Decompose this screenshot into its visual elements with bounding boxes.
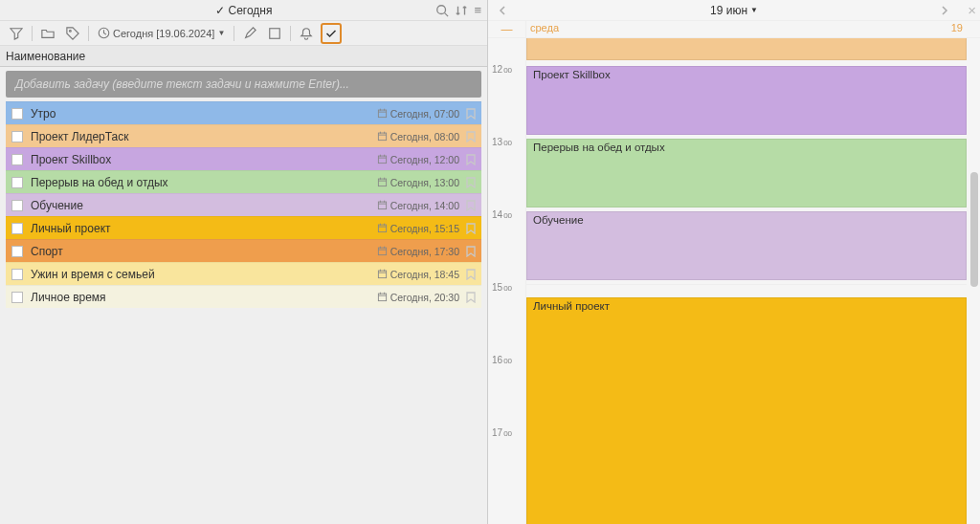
dropdown-icon: ▼ (217, 29, 225, 37)
bookmark-icon[interactable] (466, 177, 476, 188)
task-label: Личное время (31, 291, 377, 304)
calendar-event[interactable] (526, 38, 967, 60)
bookmark-icon[interactable] (466, 200, 476, 211)
task-meta: Сегодня, 17:30 (377, 246, 476, 257)
calendar-icon (377, 269, 388, 279)
svg-rect-21 (378, 202, 386, 209)
calendar-event[interactable]: Проект Skillbox (526, 66, 967, 135)
task-date: Сегодня, 20:30 (390, 292, 459, 303)
task-label: Утро (31, 107, 377, 120)
svg-rect-37 (378, 294, 386, 301)
separator (88, 26, 89, 41)
next-day-button[interactable] (934, 0, 955, 21)
calendar-event[interactable]: Обучение (526, 211, 967, 280)
menu-icon[interactable]: ≡ (474, 3, 481, 17)
calendar-event[interactable]: Перерыв на обед и отдых (526, 139, 967, 207)
task-row[interactable]: ОбучениеСегодня, 14:00 (6, 193, 481, 216)
svg-rect-4 (270, 28, 280, 38)
search-icon[interactable] (435, 4, 449, 17)
calendar-date-text: 19 июн (710, 4, 747, 17)
bookmark-icon[interactable] (466, 292, 476, 303)
time-column: 120013001400150016001700 (488, 38, 526, 524)
calendar-icon (377, 108, 388, 119)
filter-icon[interactable] (6, 23, 27, 44)
calendar-icon (377, 131, 388, 142)
task-checkbox[interactable] (11, 154, 23, 165)
task-row[interactable]: Личное времяСегодня, 20:30 (6, 285, 481, 308)
task-row[interactable]: Перерыв на обед и отдыхСегодня, 13:00 (6, 170, 481, 193)
bookmark-icon[interactable] (466, 154, 476, 165)
svg-rect-33 (378, 271, 386, 278)
add-task-placeholder: Добавить задачу (введите текст задачи и … (15, 77, 349, 91)
task-checkbox[interactable] (11, 246, 23, 257)
task-checkbox[interactable] (11, 200, 23, 211)
calendar-body[interactable]: 120013001400150016001700 Проект Skillbox… (488, 38, 980, 524)
calendar-event[interactable]: Личный проект (526, 297, 967, 524)
scroll-thumb[interactable] (970, 172, 978, 287)
calendar-date-title[interactable]: 19 июн ▼ (710, 4, 758, 17)
calendar-pane: 19 июн ▼ × — среда 19 120013001400150016… (488, 0, 980, 524)
task-checkbox[interactable] (11, 223, 23, 234)
hour-label: 1300 (488, 137, 526, 147)
separator (290, 26, 291, 41)
show-completed-toggle[interactable] (321, 23, 342, 44)
left-title-text: Сегодня (229, 4, 273, 17)
separator (32, 26, 33, 41)
task-label: Ужин и время с семьей (31, 268, 377, 281)
bookmark-icon[interactable] (466, 131, 476, 142)
day-number: 19 (951, 22, 963, 33)
hour-gridline (526, 284, 967, 285)
task-row[interactable]: СпортСегодня, 17:30 (6, 239, 481, 262)
bookmark-icon[interactable] (466, 246, 476, 257)
scrollbar[interactable] (969, 38, 980, 524)
task-row[interactable]: УтроСегодня, 07:00 (6, 101, 481, 124)
task-checkbox[interactable] (11, 269, 23, 280)
task-date: Сегодня, 12:00 (390, 154, 459, 165)
task-checkbox[interactable] (11, 131, 23, 142)
folder-icon[interactable] (37, 23, 58, 44)
task-row[interactable]: Проект SkillboxСегодня, 12:00 (6, 147, 481, 170)
task-date: Сегодня, 14:00 (390, 200, 459, 211)
date-filter-text: Сегодня [19.06.2024] (113, 28, 214, 39)
brush-icon[interactable] (239, 23, 260, 44)
task-meta: Сегодня, 14:00 (377, 200, 476, 211)
bookmark-icon[interactable] (466, 108, 476, 120)
checkbox-tool-icon[interactable] (264, 23, 285, 44)
task-checkbox[interactable] (11, 292, 23, 303)
task-row[interactable]: Личный проектСегодня, 15:15 (6, 216, 481, 239)
task-row[interactable]: Проект ЛидерТаскСегодня, 08:00 (6, 124, 481, 147)
task-row[interactable]: Ужин и время с семьейСегодня, 18:45 (6, 262, 481, 285)
task-meta: Сегодня, 08:00 (377, 131, 476, 142)
date-filter-button[interactable]: Сегодня [19.06.2024] ▼ (94, 25, 229, 41)
prev-day-button[interactable] (492, 0, 513, 21)
hour-label: 1600 (488, 355, 526, 365)
calendar-icon (377, 246, 388, 256)
task-label: Проект ЛидерТаск (31, 130, 377, 143)
column-header: Наименование (0, 46, 487, 67)
calendar-icon (377, 200, 388, 210)
svg-rect-17 (378, 179, 386, 186)
sort-icon[interactable] (455, 4, 468, 17)
svg-rect-29 (378, 248, 386, 255)
bookmark-icon[interactable] (466, 223, 476, 234)
event-column[interactable]: Проект SkillboxПерерыв на обед и отдыхОб… (526, 38, 967, 524)
task-label: Перерыв на обед и отдых (31, 176, 377, 189)
svg-rect-13 (378, 156, 386, 164)
clock-icon (98, 27, 110, 39)
task-label: Личный проект (31, 222, 377, 235)
dropdown-icon: ▼ (750, 6, 758, 14)
bookmark-icon[interactable] (466, 269, 476, 280)
svg-rect-25 (378, 225, 386, 232)
task-checkbox[interactable] (11, 177, 23, 188)
hour-label: 1500 (488, 282, 526, 293)
bell-icon[interactable] (296, 23, 317, 44)
task-checkbox[interactable] (11, 108, 23, 120)
task-date: Сегодня, 08:00 (390, 131, 459, 142)
calendar-icon (377, 154, 388, 164)
add-task-input[interactable]: Добавить задачу (введите текст задачи и … (6, 71, 481, 98)
close-icon[interactable]: × (968, 2, 976, 18)
task-meta: Сегодня, 13:00 (377, 177, 476, 188)
task-label: Спорт (31, 245, 377, 258)
tag-icon[interactable] (62, 23, 83, 44)
left-title: ✓ Сегодня (215, 4, 273, 17)
